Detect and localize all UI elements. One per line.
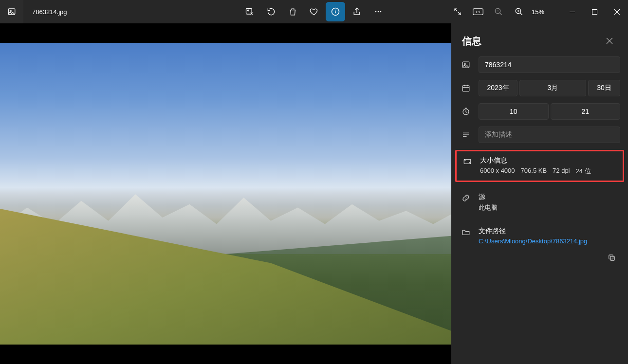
size-dpi: 72 dpi xyxy=(553,167,570,176)
path-title: 文件路径 xyxy=(479,227,620,236)
rotate-button[interactable] xyxy=(261,2,281,21)
edit-button[interactable] xyxy=(240,2,259,21)
path-value[interactable]: C:\Users\Mloong\Desktop\7863214.jpg xyxy=(479,237,620,245)
favorite-button[interactable] xyxy=(304,2,324,21)
window-minimize-button[interactable] xyxy=(561,4,583,19)
link-icon xyxy=(459,193,473,212)
fullscreen-button[interactable] xyxy=(448,2,467,21)
svg-line-13 xyxy=(499,13,502,15)
image-canvas[interactable] xyxy=(0,23,451,364)
svg-point-7 xyxy=(375,11,377,13)
svg-rect-27 xyxy=(462,86,469,91)
workspace: 信息 7863214 2023年 xyxy=(0,23,628,364)
svg-point-26 xyxy=(464,63,465,65)
image-icon xyxy=(459,60,473,69)
calendar-icon xyxy=(459,84,473,92)
size-dimensions: 6000 x 4000 xyxy=(480,167,515,176)
size-filesize: 706.5 KB xyxy=(521,167,547,176)
svg-point-6 xyxy=(335,10,336,11)
right-toolbar: 1:1 15% xyxy=(448,2,628,21)
date-day-field[interactable]: 30日 xyxy=(588,80,620,96)
size-depth: 24 位 xyxy=(576,167,591,176)
date-month-field[interactable]: 3月 xyxy=(519,80,586,96)
share-button[interactable] xyxy=(347,2,367,21)
center-toolbar xyxy=(240,2,388,21)
titlebar: 7863214.jpg 1:1 xyxy=(0,0,628,23)
svg-point-1 xyxy=(10,10,11,12)
info-button[interactable] xyxy=(326,2,345,21)
close-panel-button[interactable] xyxy=(602,33,617,49)
dimensions-icon xyxy=(461,156,474,176)
svg-rect-20 xyxy=(592,9,597,14)
zoom-in-button[interactable] xyxy=(509,2,529,21)
copy-path-button[interactable] xyxy=(605,251,618,264)
window-close-button[interactable] xyxy=(606,4,628,19)
time-minute-field[interactable]: 21 xyxy=(551,103,621,120)
window-maximize-button[interactable] xyxy=(583,4,606,19)
actual-size-button[interactable]: 1:1 xyxy=(468,2,488,21)
clock-icon xyxy=(459,107,473,116)
source-value: 此电脑 xyxy=(479,203,498,212)
image-preview xyxy=(0,43,451,345)
filename-label: 7863214.jpg xyxy=(23,8,67,16)
svg-rect-36 xyxy=(610,256,614,260)
source-title: 源 xyxy=(479,193,620,201)
info-panel-title: 信息 xyxy=(462,35,481,48)
name-field[interactable]: 7863214 xyxy=(479,56,620,73)
date-year-field[interactable]: 2023年 xyxy=(479,80,517,96)
svg-point-3 xyxy=(247,10,249,11)
size-info-highlight: 大小信息 6000 x 4000 706.5 KB 72 dpi 24 位 xyxy=(455,150,624,182)
svg-rect-37 xyxy=(609,255,613,259)
size-info-title: 大小信息 xyxy=(480,156,619,165)
delete-button[interactable] xyxy=(283,2,302,21)
folder-icon xyxy=(459,227,473,245)
zoom-level-label: 15% xyxy=(530,8,550,16)
svg-point-8 xyxy=(378,11,379,13)
svg-line-16 xyxy=(520,13,522,15)
more-button[interactable] xyxy=(369,2,388,21)
svg-text:1:1: 1:1 xyxy=(476,10,481,14)
description-icon xyxy=(459,130,473,139)
info-panel: 信息 7863214 2023年 xyxy=(451,23,628,364)
zoom-out-button[interactable] xyxy=(489,2,508,21)
gallery-home-button[interactable] xyxy=(0,0,23,23)
time-hour-field[interactable]: 10 xyxy=(479,103,549,120)
svg-point-9 xyxy=(380,11,382,13)
description-field[interactable]: 添加描述 xyxy=(479,127,620,143)
